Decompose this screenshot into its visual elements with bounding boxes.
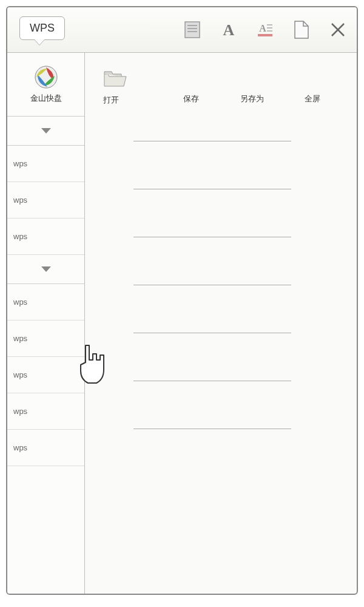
fullscreen-button[interactable]: 全屏 — [285, 93, 340, 106]
sidebar-item-label: wps — [13, 297, 27, 307]
sidebar-item-label: wps — [13, 334, 27, 343]
sidebar-collapse-1[interactable] — [7, 117, 84, 146]
saveas-label: 另存为 — [240, 93, 264, 104]
app-name-badge[interactable]: WPS — [19, 16, 65, 40]
doc-line — [133, 381, 291, 381]
titlebar: WPS A A — [7, 7, 357, 53]
sidebar-item[interactable]: wps — [7, 393, 84, 430]
svg-rect-9 — [258, 34, 272, 36]
save-button[interactable]: 保存 — [164, 93, 218, 106]
doc-line — [133, 285, 291, 285]
sidebar-header[interactable]: 金山快盘 — [7, 53, 84, 117]
doc-line — [133, 333, 291, 333]
folder-open-icon — [103, 69, 127, 89]
sidebar-item-label: wps — [13, 159, 27, 168]
fullscreen-label: 全屏 — [305, 93, 320, 104]
font-icon[interactable]: A — [219, 20, 238, 39]
font-color-icon[interactable]: A — [255, 20, 275, 39]
main-area: 打开 保存 另存为 全屏 — [85, 53, 357, 594]
svg-text:A: A — [259, 23, 266, 33]
svg-rect-0 — [185, 22, 200, 38]
sidebar-item[interactable]: wps — [7, 284, 84, 320]
sidebar-item-label: wps — [13, 232, 27, 241]
doc-line — [133, 237, 291, 237]
saveas-button[interactable]: 另存为 — [224, 93, 279, 106]
sidebar-item[interactable]: wps — [7, 320, 84, 357]
sidebar-item-label: wps — [13, 195, 27, 205]
sidebar-collapse-2[interactable] — [7, 255, 84, 284]
kuaipan-logo-icon — [34, 65, 58, 89]
sidebar-item[interactable]: wps — [7, 182, 84, 219]
sidebar-item-label: wps — [13, 443, 27, 452]
sidebar-item-label: wps — [13, 407, 27, 416]
chevron-down-icon — [41, 128, 51, 134]
sidebar-item[interactable]: wps — [7, 357, 84, 393]
sidebar-item-label: wps — [13, 370, 27, 379]
sidebar-item[interactable]: wps — [7, 219, 84, 255]
document-preview — [85, 117, 357, 594]
doc-line — [133, 429, 291, 429]
svg-text:A: A — [223, 21, 235, 39]
sidebar: 金山快盘 wps wps wps wps wps — [7, 53, 85, 594]
sidebar-item[interactable]: wps — [7, 430, 84, 466]
open-button[interactable]: 打开 — [103, 69, 158, 106]
titlebar-icons: A A — [183, 20, 348, 39]
toolbar: 打开 保存 另存为 全屏 — [85, 53, 357, 117]
sidebar-item[interactable]: wps — [7, 146, 84, 182]
sidebar-header-label: 金山快盘 — [30, 93, 62, 104]
app-name-text: WPS — [30, 22, 55, 34]
doc-line — [133, 189, 291, 189]
doc-line — [133, 141, 291, 141]
close-icon[interactable] — [328, 20, 348, 39]
newdoc-icon[interactable] — [292, 20, 311, 39]
chevron-down-icon — [41, 266, 51, 272]
document-icon[interactable] — [183, 20, 202, 39]
save-label: 保存 — [183, 93, 199, 104]
open-label: 打开 — [103, 95, 119, 106]
